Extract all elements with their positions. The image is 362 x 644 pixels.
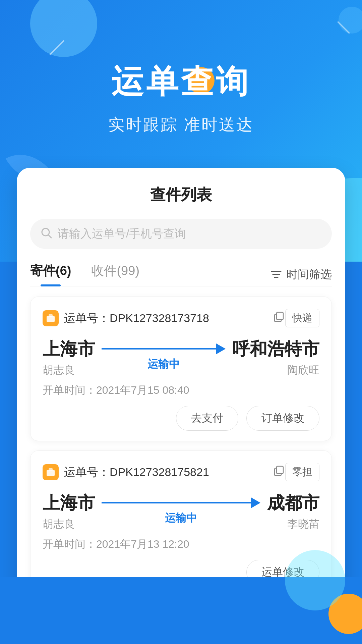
svg-rect-10	[49, 468, 53, 471]
filter-label: 时间筛选	[286, 267, 332, 282]
route-row-1: 上海市 胡志良 运输中 呼和浩特市 陶欣旺	[43, 337, 319, 378]
search-placeholder: 请输入运单号/手机号查询	[58, 226, 186, 241]
from-person-2: 胡志良	[43, 517, 75, 532]
route-arrow-1	[102, 343, 226, 354]
order-number-1: 运单号：DPK127328173718	[64, 311, 269, 326]
order-number-2: 运单号：DPK127328175821	[64, 465, 269, 480]
svg-rect-12	[277, 466, 283, 474]
hero-section: 运单查询 实时跟踪 准时送达	[0, 0, 362, 136]
tab-send[interactable]: 寄件(6)	[30, 262, 71, 286]
copy-icon-1[interactable]	[273, 311, 285, 326]
svg-rect-8	[277, 312, 283, 320]
from-col-1: 上海市 胡志良	[43, 337, 95, 378]
from-city-1: 上海市	[43, 337, 95, 361]
order-icon-1	[43, 310, 59, 326]
tabs-row: 寄件(6) 收件(99) 时间筛选	[30, 262, 332, 286]
from-person-1: 胡志良	[43, 363, 75, 378]
tab-filter[interactable]: 时间筛选	[270, 267, 332, 282]
order-type-badge-2: 零担	[285, 463, 319, 481]
route-middle-1: 运输中	[95, 343, 232, 372]
to-person-1: 陶欣旺	[287, 363, 319, 378]
copy-icon-2[interactable]	[273, 465, 285, 480]
hero-subtitle: 实时跟踪 准时送达	[0, 114, 362, 136]
search-icon	[40, 227, 52, 241]
hero-title: 运单查询	[0, 60, 362, 104]
filter-icon	[270, 268, 282, 280]
order-type-badge-1: 快递	[285, 309, 319, 327]
arrow-head-1	[216, 343, 226, 354]
from-city-2: 上海市	[43, 491, 95, 515]
to-city-1: 呼和浩特市	[232, 337, 319, 361]
route-status-1: 运输中	[147, 357, 180, 372]
to-person-2: 李晓苗	[287, 517, 319, 532]
route-status-2: 运输中	[165, 511, 197, 526]
order-icon-2	[43, 464, 59, 480]
svg-line-1	[48, 235, 51, 238]
arrow-head-2	[251, 497, 260, 508]
to-col-2: 成都市 李晓苗	[267, 491, 319, 532]
to-col-1: 呼和浩特市 陶欣旺	[232, 337, 319, 378]
tab-receive[interactable]: 收件(99)	[91, 262, 139, 286]
pay-button-1[interactable]: 去支付	[176, 406, 238, 431]
shipment-header-2: 运单号：DPK127328175821 零担	[43, 463, 319, 481]
search-bar[interactable]: 请输入运单号/手机号查询	[30, 219, 332, 249]
order-time-1: 开单时间：2021年7月15 08:40	[43, 383, 319, 398]
arrow-line-2	[102, 502, 251, 503]
route-middle-2: 运输中	[95, 497, 267, 526]
modify-button-1[interactable]: 订单修改	[246, 406, 319, 431]
to-city-2: 成都市	[267, 491, 319, 515]
deco-cyan-bottom	[285, 550, 345, 610]
order-time-2: 开单时间：2021年7月13 12:20	[43, 537, 319, 552]
arrow-line-1	[102, 348, 216, 350]
route-arrow-2	[102, 497, 260, 508]
shipment-header-1: 运单号：DPK127328173718 快递	[43, 309, 319, 327]
from-col-2: 上海市 胡志良	[43, 491, 95, 532]
card-title: 查件列表	[30, 184, 332, 205]
shipment-card-1: 运单号：DPK127328173718 快递 上海市 胡志良 运输中	[30, 297, 332, 441]
route-row-2: 上海市 胡志良 运输中 成都市 李晓苗	[43, 491, 319, 532]
action-row-1: 去支付 订单修改	[43, 406, 319, 431]
svg-rect-6	[49, 314, 53, 317]
